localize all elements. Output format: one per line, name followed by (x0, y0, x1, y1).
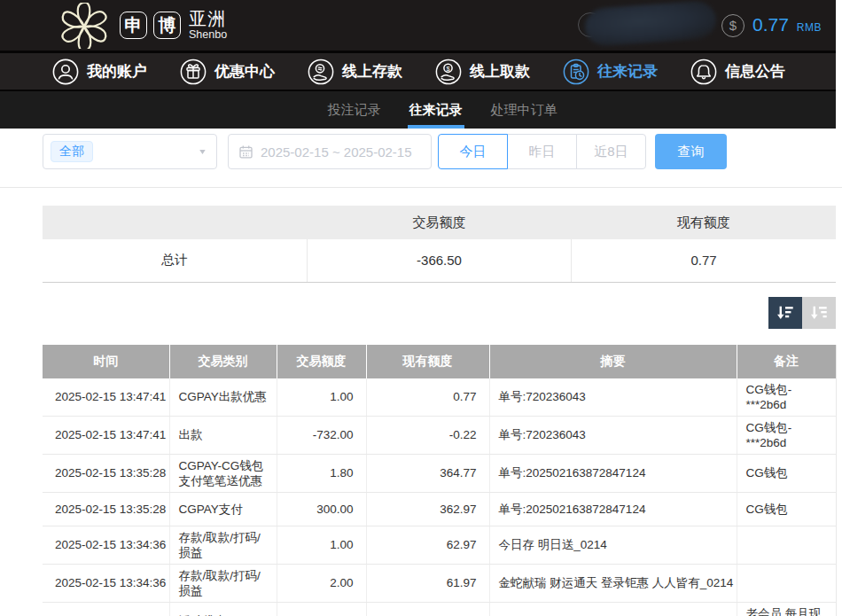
table-cell: 1.80 (277, 454, 366, 492)
date-range-input[interactable]: 2025-02-15 ~ 2025-02-15 (228, 134, 432, 169)
table-cell: 2025-02-15 13:34:36 (43, 526, 169, 564)
tab-pending-orders[interactable]: 处理中订单 (489, 91, 559, 129)
table-cell: 单号:720236043 (489, 378, 737, 417)
record-subtabs: 投注记录 往来记录 处理中订单 (0, 90, 836, 129)
nav-item-my-account[interactable]: 我的账户 (52, 58, 147, 85)
col-header-balance: 现有额度 (366, 345, 489, 378)
table-cell: CG钱包 (737, 454, 836, 492)
table-cell (737, 526, 836, 564)
table-cell: 2025-02-15 13:47:41 (43, 416, 169, 454)
table-cell: 1.00 (277, 526, 366, 564)
sort-amount-asc-icon (809, 303, 829, 323)
table-cell: 单号:202502163872847124 (489, 454, 737, 492)
table-cell: 362.97 (366, 492, 489, 526)
logo-region: 亚洲 (189, 10, 227, 27)
main-navigation: 我的账户 优惠中心 线上存款 (0, 51, 836, 90)
flower-logo-icon (55, 3, 113, 49)
nav-item-withdraw[interactable]: $ 线上取款 (435, 58, 530, 85)
summary-transaction-total: -366.50 (307, 239, 571, 282)
sort-descending-button[interactable] (768, 297, 802, 329)
logo-char-box: 博 (153, 12, 181, 39)
table-cell: -0.22 (366, 416, 489, 454)
selected-type-tag[interactable]: 全部 (51, 141, 93, 162)
transactions-header-row: 时间 交易类别 交易额度 现有额度 摘要 备注 (43, 345, 836, 378)
nav-label: 线上存款 (342, 61, 402, 82)
table-cell: 364.77 (366, 454, 489, 492)
summary-total-label: 总计 (43, 239, 307, 282)
col-header-summary: 摘要 (489, 345, 737, 378)
col-header-amount: 交易额度 (277, 345, 366, 378)
transactions-body: 2025-02-15 13:47:41CGPAY出款优惠1.000.77单号:7… (43, 378, 836, 616)
table-row: 2025-02-15 13:34:36存款/取款/打码/损益1.0062.97今… (43, 526, 836, 564)
table-row: 2025-02-15 13:34:36存款/取款/打码/损益2.0061.97金… (43, 564, 836, 602)
table-cell: 活动优惠 (169, 602, 277, 616)
table-cell: 59.97 (366, 602, 489, 616)
today-button[interactable]: 今日 (438, 134, 508, 169)
table-cell: 2025-02-15 13:47:41 (43, 378, 169, 417)
tab-betting-records[interactable]: 投注记录 (326, 91, 383, 129)
logo-text: 亚洲 Shenbo (189, 10, 227, 41)
summary-header-transaction: 交易额度 (307, 206, 571, 239)
top-header: 申 博 亚洲 Shenbo $ 0.77 RMB (0, 0, 836, 51)
table-cell: 1.00 (277, 378, 366, 417)
gift-icon (180, 58, 207, 85)
table-cell: 2025-02-15 13:34:33 (43, 602, 169, 616)
table-cell: CG钱包-***2b6d (737, 416, 836, 454)
page: 申 博 亚洲 Shenbo $ 0.77 RMB 我的账户 (0, 0, 842, 616)
table-cell: 金蛇献瑞 财运通天 登录钜惠 人人皆有_0214 (489, 564, 737, 602)
table-cell: 存款/取款/打码/损益 (169, 526, 277, 564)
logo-char-box: 申 (120, 12, 147, 39)
section-divider (0, 187, 842, 188)
table-cell: 300.00 (277, 492, 366, 526)
calendar-icon (238, 144, 253, 160)
table-cell: 今日存 明日送_0214 (489, 526, 737, 564)
table-cell: 出款 (169, 416, 277, 454)
table-row: 2025-02-15 13:34:33活动优惠58.0059.97老会员 每月现… (43, 602, 836, 616)
user-icon (52, 58, 79, 85)
table-cell: CGPAY-CG钱包支付笔笔送优惠 (169, 454, 277, 492)
table-row: 2025-02-15 13:47:41出款-732.00-0.22单号:7202… (43, 416, 836, 454)
table-cell: CG钱包-***2b6d (737, 378, 836, 417)
nav-label: 线上取款 (470, 61, 530, 82)
transactions-table: 时间 交易类别 交易额度 现有额度 摘要 备注 2025-02-15 13:47… (43, 345, 837, 616)
balance-display: $ 0.77 RMB (721, 14, 822, 37)
sort-ascending-button[interactable] (802, 297, 836, 329)
summary-header-row: 交易额度 现有额度 (43, 206, 836, 239)
table-cell: 2.00 (277, 564, 366, 602)
table-cell: 58.00 (277, 602, 366, 616)
table-cell: 0.77 (366, 378, 489, 417)
yesterday-button[interactable]: 昨日 (507, 134, 577, 169)
date-range-value: 2025-02-15 ~ 2025-02-15 (261, 144, 412, 160)
tab-transaction-records[interactable]: 往来记录 (408, 91, 464, 129)
table-cell: 2025-02-15 13:34:36 (43, 564, 169, 602)
table-row: 2025-02-15 13:35:28CGPAY支付300.00362.97单号… (43, 492, 836, 526)
nav-item-promotions[interactable]: 优惠中心 (180, 58, 275, 85)
filter-row: 全部 ▼ 2025-02-15 ~ 2025-02-15 今日 昨日 近8日 (43, 134, 842, 169)
summary-table: 交易额度 现有额度 总计 -366.50 0.77 (43, 206, 836, 283)
table-cell: 2025-02-15 13:35:28 (43, 454, 169, 492)
table-cell (737, 564, 836, 602)
transaction-type-select[interactable]: 全部 ▼ (43, 134, 217, 169)
redacted-username (584, 0, 718, 47)
table-cell: 62.97 (366, 526, 489, 564)
sort-amount-desc-icon (776, 303, 795, 323)
balance-amount: 0.77 (752, 14, 789, 35)
last-8-days-button[interactable]: 近8日 (576, 134, 646, 169)
col-header-remark: 备注 (737, 345, 836, 378)
query-button[interactable]: 查询 (655, 134, 727, 169)
table-cell: 单号:202502163872847124 (489, 492, 737, 526)
table-cell: 老会员 每月现金回馈 (737, 602, 836, 616)
summary-header-empty (43, 206, 307, 239)
dollar-circle-icon: $ (721, 14, 745, 37)
nav-item-transaction-records[interactable]: 往来记录 (563, 58, 658, 85)
table-cell: CGPAY支付 (169, 492, 277, 526)
withdraw-hand-icon: $ (435, 58, 462, 85)
site-logo[interactable]: 申 博 亚洲 Shenbo (55, 3, 227, 49)
nav-label: 优惠中心 (214, 61, 275, 82)
summary-header-balance: 现有额度 (572, 206, 836, 239)
nav-item-deposit[interactable]: 线上存款 (308, 58, 402, 85)
balance-currency: RMB (797, 21, 822, 34)
table-cell: 单号:720236043 (489, 416, 737, 454)
col-header-time: 时间 (43, 345, 169, 378)
nav-item-announcements[interactable]: 信息公告 (690, 58, 785, 85)
